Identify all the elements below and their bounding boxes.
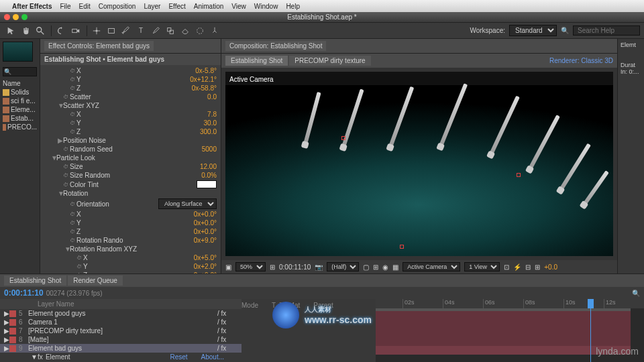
project-item-element[interactable]: Eleme... bbox=[3, 105, 37, 114]
stopwatch-icon[interactable]: ⏱ bbox=[70, 129, 76, 135]
twirl-icon[interactable]: ▼ bbox=[58, 102, 63, 109]
twirl-icon[interactable]: ▶ bbox=[4, 345, 9, 352]
layer-track[interactable] bbox=[376, 337, 631, 346]
layer-row[interactable]: ▶ 5 Element good guys / fx bbox=[0, 309, 241, 318]
rect-tool-icon[interactable] bbox=[105, 24, 118, 38]
property-value[interactable]: 12.00 bbox=[200, 163, 217, 170]
fx-icon[interactable]: fx bbox=[38, 353, 46, 361]
stopwatch-icon[interactable]: ⏱ bbox=[70, 120, 76, 126]
effect-controls-tab[interactable]: Effect Controls: Element bad guys bbox=[44, 41, 154, 51]
property-row[interactable]: ▶⏱Scatter0.0 bbox=[44, 93, 217, 101]
layer-switches[interactable]: / fx bbox=[217, 336, 237, 343]
property-value[interactable]: 300.0 bbox=[200, 128, 217, 135]
layer-name[interactable]: Camera 1 bbox=[28, 318, 217, 326]
exposure-value[interactable]: +0.0 bbox=[544, 263, 557, 271]
layer-name[interactable]: Element good guys bbox=[28, 310, 217, 317]
menu-window[interactable]: Window bbox=[254, 3, 278, 10]
property-value[interactable]: 0x-58.8° bbox=[192, 84, 217, 92]
menu-edit[interactable]: Edit bbox=[79, 3, 91, 10]
menu-layer[interactable]: Layer bbox=[144, 3, 160, 10]
resolution-select[interactable]: (Half) bbox=[327, 262, 359, 272]
zoom-select[interactable]: 50% bbox=[235, 262, 266, 272]
property-row[interactable]: ▶⏱Z0x+9.0° bbox=[44, 271, 217, 274]
layer-track[interactable] bbox=[376, 311, 631, 320]
property-value[interactable]: 0x+0.0° bbox=[194, 219, 217, 227]
comp-tab-precomp[interactable]: PRECOMP dirty texture bbox=[289, 56, 370, 66]
camera-tool-icon[interactable] bbox=[69, 24, 83, 38]
property-value[interactable]: 0x+0.0° bbox=[194, 210, 217, 218]
marker-icon[interactable] bbox=[400, 245, 404, 249]
layer-color-tag[interactable] bbox=[9, 310, 16, 317]
layer-row[interactable]: ▶ 6 Camera 1 / fx bbox=[0, 318, 241, 326]
property-row[interactable]: ▶⏱Y30.0 bbox=[44, 119, 217, 127]
property-value[interactable]: 0x+0.0° bbox=[194, 228, 217, 235]
snapshot-icon[interactable]: 📷 bbox=[315, 263, 323, 271]
property-list[interactable]: ▶⏱X0x-5.8°▶⏱Y0x+12.1°▶⏱Z0x-58.8°▶⏱Scatte… bbox=[40, 65, 221, 274]
layer-color-tag[interactable] bbox=[9, 328, 16, 335]
about-link[interactable]: About... bbox=[201, 353, 224, 361]
stopwatch-icon[interactable]: ⏱ bbox=[70, 76, 76, 82]
property-value[interactable]: 5000 bbox=[202, 145, 217, 153]
workspace-select[interactable]: Standard bbox=[509, 25, 557, 36]
layer-color-tag[interactable] bbox=[9, 319, 16, 326]
col-layer-name[interactable]: Layer Name bbox=[38, 300, 74, 308]
property-row[interactable]: ▶⏱Rotation Rando0x+9.0° bbox=[44, 236, 217, 245]
col-mode[interactable]: Mode bbox=[241, 302, 258, 362]
property-row[interactable]: ▶⏱X7.8 bbox=[44, 110, 217, 119]
menu-animation[interactable]: Animation bbox=[194, 3, 223, 10]
twirl-icon[interactable]: ▼ bbox=[51, 154, 56, 162]
property-row[interactable]: ▶⏱Y0x+0.0° bbox=[44, 219, 217, 227]
twirl-icon[interactable]: ▼ bbox=[58, 190, 63, 197]
property-group[interactable]: ▼Rotation Random XYZ bbox=[44, 245, 217, 253]
layer-row[interactable]: ▶ 8 [Matte] / fx bbox=[0, 335, 241, 344]
stopwatch-icon[interactable]: ⏱ bbox=[70, 85, 76, 91]
channel-icon[interactable]: ◉ bbox=[382, 263, 388, 271]
layer-color-tag[interactable] bbox=[9, 337, 16, 343]
project-item-precomp[interactable]: PRECO... bbox=[3, 123, 37, 131]
comp-tab-establishing[interactable]: Establishing Shot bbox=[225, 56, 288, 66]
property-value[interactable]: 7.8 bbox=[207, 111, 217, 118]
stopwatch-icon[interactable]: ⏱ bbox=[76, 272, 83, 274]
property-group[interactable]: ▼Rotation bbox=[44, 189, 217, 198]
clone-tool-icon[interactable] bbox=[164, 24, 177, 38]
search-help-input[interactable] bbox=[573, 25, 640, 36]
text-tool-icon[interactable]: T bbox=[134, 24, 148, 38]
layout-icon[interactable]: ⊞ bbox=[270, 263, 275, 271]
property-row[interactable]: ▶⏱Size12.00 bbox=[44, 162, 217, 171]
project-thumbnail[interactable] bbox=[3, 42, 33, 62]
roi-icon[interactable]: ▢ bbox=[363, 263, 369, 271]
marker-icon[interactable] bbox=[517, 173, 521, 177]
project-name-header[interactable]: Name bbox=[3, 79, 37, 88]
twirl-icon[interactable]: ▼ bbox=[64, 245, 70, 253]
menu-help[interactable]: Help bbox=[286, 3, 300, 10]
property-row[interactable]: ▶⏱Size Random0.0% bbox=[44, 171, 217, 180]
rotation-tool-icon[interactable] bbox=[54, 24, 68, 38]
stopwatch-icon[interactable]: ⏱ bbox=[70, 237, 76, 243]
timeline-tab-comp[interactable]: Establishing Shot bbox=[4, 276, 66, 286]
composition-panel-tab[interactable]: Composition: Establishing Shot bbox=[225, 41, 326, 51]
property-value[interactable]: 0x+2.0° bbox=[194, 263, 217, 270]
layer-color-tag[interactable] bbox=[9, 345, 16, 352]
property-row[interactable]: ▶⏱Z300.0 bbox=[44, 127, 217, 136]
property-row[interactable]: ▶⏱Z0x-58.8° bbox=[44, 84, 217, 93]
property-value[interactable]: 0x+12.1° bbox=[190, 76, 217, 83]
timeline-icon[interactable]: ⊟ bbox=[525, 263, 531, 271]
pixel-icon[interactable]: ⊡ bbox=[504, 263, 509, 271]
layer-track[interactable] bbox=[376, 328, 631, 337]
zoom-icon[interactable] bbox=[21, 14, 28, 20]
app-name[interactable]: After Effects bbox=[12, 3, 52, 10]
pen-tool-icon[interactable] bbox=[119, 24, 133, 38]
stopwatch-icon[interactable]: ⏱ bbox=[70, 111, 76, 117]
property-row[interactable]: ▶⏱X0x-5.8° bbox=[44, 66, 217, 75]
stopwatch-icon[interactable]: ⏱ bbox=[70, 68, 76, 74]
property-row[interactable]: ▶⏱Z0x+0.0° bbox=[44, 227, 217, 236]
snapshot-icon[interactable]: ▣ bbox=[225, 263, 231, 271]
property-value[interactable]: 30.0 bbox=[204, 119, 217, 127]
flowchart-icon[interactable]: ⊞ bbox=[535, 263, 540, 271]
layer-switches[interactable]: / fx bbox=[217, 327, 237, 335]
project-item-solids[interactable]: Solids bbox=[3, 88, 37, 97]
menu-effect[interactable]: Effect bbox=[168, 3, 185, 10]
twirl-icon[interactable]: ▶ bbox=[4, 310, 9, 317]
property-value[interactable]: 0x+9.0° bbox=[194, 237, 217, 244]
composition-viewer[interactable]: Active Camera bbox=[225, 72, 613, 256]
